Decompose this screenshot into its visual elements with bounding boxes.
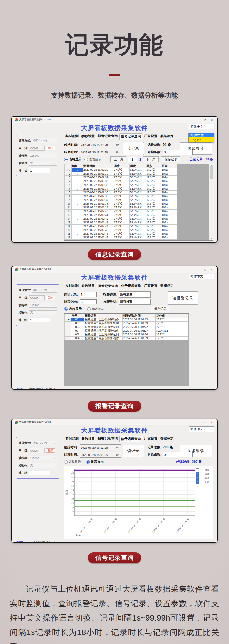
baud-rate-select[interactable]: 115200 ⌄: [29, 303, 57, 308]
table-row[interactable]: 1012025-05-26 15:02:3827.9℃52.3%RH17.3℃1…: [65, 202, 177, 206]
address-input[interactable]: [29, 168, 50, 173]
table-row[interactable]: 1112025-05-26 15:02:3927.9℃52.3%RH17.3℃1…: [65, 206, 177, 210]
alarm-type-select[interactable]: 所有报警 ⌄: [119, 299, 151, 305]
prev-page-button[interactable]: 上一页: [110, 156, 126, 162]
table-row[interactable]: 612025-05-26 15:02:3427.9℃52.3%RH17.2℃10…: [65, 187, 177, 191]
language-option-english[interactable]: English: [189, 137, 214, 142]
tab-参数设置[interactable]: 参数设置: [80, 436, 96, 442]
close-port-button[interactable]: 关闭: [46, 146, 55, 150]
table-row[interactable]: 712025-05-26 15:02:3527.9℃52.3%RH17.3℃10…: [65, 191, 177, 195]
tab-数据标定[interactable]: 数据标定: [159, 133, 175, 140]
column-header[interactable]: 测量时间: [83, 164, 113, 168]
table-row[interactable]: 002报警通道2:露点高报警返回2025-05-26 15:03:1917.3℃: [65, 322, 188, 325]
tab-信号记录查询[interactable]: 信号记录查询: [120, 283, 142, 289]
table-row[interactable]: 512025-05-26 15:02:3327.9℃52.3%RH17.2℃10…: [65, 183, 177, 187]
tab-参数设置[interactable]: 参数设置: [80, 283, 96, 289]
tab-信号记录查询[interactable]: 信号记录查询: [119, 436, 142, 442]
chart-display-radio[interactable]: [84, 158, 88, 161]
close-port-button[interactable]: 关闭: [46, 296, 55, 300]
com-port-select[interactable]: COM4 ⌄: [29, 146, 45, 151]
baud-rate-select[interactable]: 115200 ⌄: [29, 153, 57, 158]
column-header[interactable]: 温度: [113, 164, 130, 168]
end-record-input[interactable]: [80, 299, 97, 304]
table-row[interactable]: 1412025-05-26 15:02:4227.9℃52.3%RH17.3℃1…: [65, 217, 177, 221]
legend-checkbox[interactable]: [196, 476, 199, 480]
language-selector[interactable]: 简体中文 ⌄: [189, 426, 214, 432]
table-row[interactable]: 003报警通道3:温度高报警返回2025-05-26 15:03:2227.9℃: [65, 325, 188, 329]
read-records-button[interactable]: 读记录: [123, 142, 144, 155]
table-row[interactable]: 1512025-05-26 15:02:4327.9℃52.4%RH17.3℃1…: [65, 221, 177, 225]
table-row[interactable]: 1912025-05-26 15:02:4727.9℃52.4%RH17.3℃1…: [65, 236, 177, 240]
parity-select[interactable]: 无 ⌄: [29, 161, 57, 166]
comm-mode-select[interactable]: 串口(COM) ⌄: [32, 138, 57, 143]
table-row[interactable]: 2012025-05-26 15:02:4827.9℃52.4%RH17.3℃1…: [65, 240, 177, 241]
tab-实时监测[interactable]: 实时监测: [64, 283, 80, 289]
table-display-radio[interactable]: [64, 158, 68, 161]
table-row[interactable]: 006报警通道2:露点低报警动作2025-05-26 15:03:3917.3℃: [65, 337, 188, 340]
chart-display-radio[interactable]: [87, 307, 91, 311]
comm-mode-select[interactable]: 串口(COM) ⌄: [32, 441, 57, 445]
close-button[interactable]: ✕: [209, 118, 214, 122]
read-records-button[interactable]: 读记录: [123, 445, 144, 457]
column-header[interactable]: 湿度: [130, 164, 146, 168]
column-header[interactable]: 动作值: [156, 314, 188, 318]
end-time-picker[interactable]: 2025-05-26 15:03:58 ▦▾: [80, 149, 121, 155]
scroll-down-icon[interactable]: ▼: [210, 238, 212, 240]
table-display-radio[interactable]: [64, 460, 68, 464]
tab-实时监测[interactable]: 实时监测: [64, 436, 80, 442]
tab-厂家设置[interactable]: 厂家设置: [143, 283, 159, 289]
tab-报警记录查询[interactable]: 报警记录查询: [97, 436, 119, 442]
minimize-button[interactable]: –: [197, 268, 201, 271]
close-port-button[interactable]: 关闭: [46, 448, 55, 453]
maximize-button[interactable]: □: [203, 421, 208, 424]
maximize-button[interactable]: □: [203, 118, 208, 122]
baud-rate-select[interactable]: 115200 ⌄: [29, 456, 57, 460]
language-option-chinese[interactable]: 简体中文: [189, 133, 214, 137]
table-row[interactable]: 812025-05-26 15:02:3627.9℃52.3%RH17.3℃10…: [65, 195, 177, 198]
table-row[interactable]: 1312025-05-26 15:02:4127.9℃52.4%RH17.3℃1…: [65, 213, 177, 217]
tab-厂家设置[interactable]: 厂家设置: [143, 133, 159, 140]
address-input[interactable]: [29, 471, 50, 475]
start-count-input[interactable]: [163, 150, 193, 155]
next-page-button[interactable]: 下一页: [143, 156, 159, 162]
scrollbar-thumb[interactable]: [210, 166, 213, 179]
table-row[interactable]: 1212025-05-26 15:02:4027.9℃52.3%RH17.3℃1…: [65, 210, 177, 213]
tab-厂家设置[interactable]: 厂家设置: [143, 436, 159, 442]
close-button[interactable]: ✕: [209, 421, 214, 424]
parity-select[interactable]: 无 ⌄: [29, 463, 57, 468]
table-row[interactable]: 912025-05-26 15:02:3727.9℃52.3%RH17.3℃10…: [65, 198, 177, 202]
legend-checkbox[interactable]: [196, 480, 199, 484]
start-time-picker[interactable]: 2025-05-26 15:02:28 ▦▾: [80, 142, 121, 148]
column-header[interactable]: 报警类型: [84, 314, 123, 318]
minimize-button[interactable]: –: [197, 421, 201, 424]
table-row[interactable]: 1612025-05-26 15:02:4427.9℃52.3%RH17.3℃1…: [65, 225, 177, 228]
table-row[interactable]: 412025-05-26 15:02:3227.9℃52.3%RH17.3℃10…: [65, 179, 177, 183]
table-display-radio[interactable]: [64, 307, 68, 311]
tab-实时监测[interactable]: 实时监测: [64, 133, 80, 140]
comm-mode-select[interactable]: 串口(COM) ⌄: [32, 288, 57, 293]
table-row[interactable]: 004报警通道4:湿度高报警动作2025-05-26 15:03:2752.5%…: [65, 329, 188, 333]
tab-报警记录查询[interactable]: 报警记录查询: [97, 133, 119, 140]
table-row[interactable]: ▸ 112025-05-26 15:02:2927.9℃52.3%RH17.2℃…: [65, 168, 177, 172]
table-row[interactable]: ▸001报警通道1:温度低报警动作2025-05-26 15:03:0227.9…: [65, 318, 188, 322]
scroll-up-icon[interactable]: ▲: [210, 164, 212, 166]
address-input[interactable]: [29, 318, 50, 322]
com-port-select[interactable]: COM4 ⌄: [29, 448, 45, 453]
tab-数据标定[interactable]: 数据标定: [159, 283, 175, 289]
start-record-input[interactable]: [80, 292, 97, 297]
alarm-channel-select[interactable]: 所有通道 ⌄: [119, 291, 151, 298]
chart-display-radio[interactable]: [86, 460, 90, 464]
column-header[interactable]: 地址: [72, 164, 83, 168]
legend-checkbox[interactable]: [196, 472, 199, 476]
language-selector[interactable]: 简体中文 ⌄: [189, 274, 214, 279]
start-time-picker[interactable]: 2025-05-26 15:02:28 ▦▾: [80, 444, 121, 450]
table-row[interactable]: 1812025-05-26 15:02:4627.9℃52.4%RH17.3℃1…: [65, 232, 177, 236]
table-row[interactable]: 212025-05-26 15:02:3027.9℃52.3%RH17.2℃10…: [65, 172, 177, 176]
column-header[interactable]: 序号: [71, 314, 84, 318]
parity-select[interactable]: 无 ⌄: [29, 310, 57, 315]
minimize-button[interactable]: –: [197, 118, 201, 122]
page-number-input[interactable]: [128, 157, 137, 162]
close-button[interactable]: ✕: [209, 268, 214, 271]
tab-参数设置[interactable]: 参数设置: [80, 133, 96, 140]
maximize-button[interactable]: □: [203, 268, 208, 271]
